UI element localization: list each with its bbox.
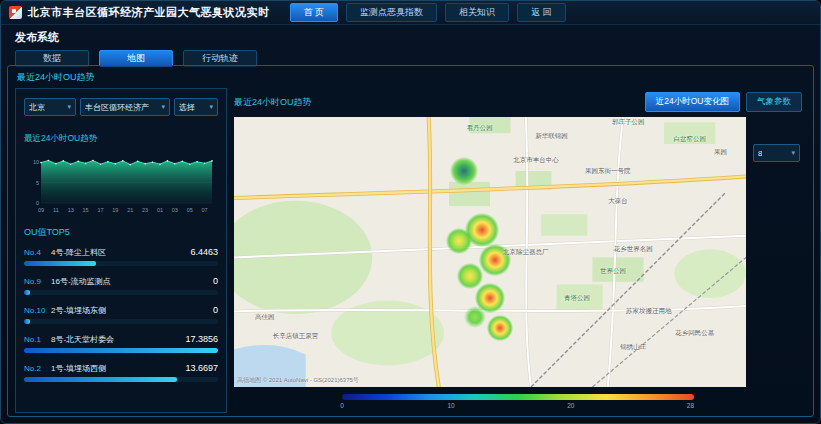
nav-item-home[interactable]: 首 页 bbox=[290, 3, 339, 22]
svg-text:11: 11 bbox=[53, 207, 59, 213]
map-button-weather[interactable]: 气象参数 bbox=[746, 92, 802, 112]
select-park-value: 丰台区循环经济产 bbox=[85, 102, 149, 113]
map-label: 青塔公园 bbox=[564, 293, 590, 302]
top5-row-head: No.21号-填埋场西侧13.6697 bbox=[24, 363, 218, 374]
main-nav: 首 页监测点恶臭指数相关知识返 回 bbox=[290, 3, 566, 22]
map-label: 苏家坟搬迁用地 bbox=[626, 307, 672, 316]
map-label: 北京市丰台中心 bbox=[513, 156, 559, 165]
scale-tick-label: 20 bbox=[567, 402, 574, 409]
map-buttons: 近24小时OU变化图气象参数 bbox=[639, 92, 802, 112]
ou-trend-chart: 0510091113151719212301030507 bbox=[24, 148, 218, 214]
hour-select[interactable]: 8 ▾ bbox=[753, 144, 800, 162]
left-panel: 北京▾丰台区循环经济产▾选择▾ 最近24小时OU趋势 0510091113151… bbox=[15, 88, 227, 413]
map-title: 最近24小时OU趋势 bbox=[234, 96, 639, 109]
heatmap-blob bbox=[457, 263, 483, 289]
trend-chart-svg: 0510091113151719212301030507 bbox=[24, 148, 218, 214]
scale-ticks: 0102028 bbox=[342, 400, 694, 411]
map-label: 新华联锦园 bbox=[535, 131, 568, 140]
select-point[interactable]: 选择▾ bbox=[174, 98, 218, 116]
top5-name: 4号-降尘上料区 bbox=[51, 247, 186, 258]
region-selectors: 北京▾丰台区循环经济产▾选择▾ bbox=[24, 98, 218, 116]
top5-rank: No.1 bbox=[24, 335, 49, 344]
map-label: 世界公园 bbox=[600, 266, 626, 275]
top5-bar-track bbox=[24, 348, 218, 353]
svg-text:09: 09 bbox=[38, 207, 44, 213]
scale-tick-label: 28 bbox=[687, 402, 694, 409]
scale-tick-label: 10 bbox=[447, 402, 454, 409]
svg-text:17: 17 bbox=[97, 207, 103, 213]
top5-bar-fill bbox=[24, 377, 177, 382]
svg-text:21: 21 bbox=[127, 207, 133, 213]
chevron-down-icon: ▾ bbox=[67, 103, 71, 111]
app-root: 北京市丰台区循环经济产业园大气恶臭状况实时 首 页监测点恶臭指数相关知识返 回 … bbox=[0, 0, 821, 424]
map-side-controls: 8 ▾ bbox=[746, 117, 802, 387]
top5-row-head: No.18号-北天堂村委会17.3856 bbox=[24, 334, 218, 345]
heatmap-blob bbox=[446, 228, 472, 254]
heatmap-blob bbox=[450, 157, 478, 185]
app-logo-icon bbox=[9, 6, 22, 19]
chevron-down-icon: ▾ bbox=[209, 103, 213, 111]
ou-top5-list: No.44号-降尘上料区6.4463No.916号-流动监测点0No.102号-… bbox=[24, 247, 218, 392]
top5-row-head: No.44号-降尘上料区6.4463 bbox=[24, 247, 218, 258]
map-header: 最近24小时OU趋势 近24小时OU变化图气象参数 bbox=[234, 92, 802, 112]
top5-bar-track bbox=[24, 377, 218, 382]
top5-row: No.18号-北天堂村委会17.3856 bbox=[24, 334, 218, 353]
map-label: 长辛店镇王泉营 bbox=[273, 331, 319, 340]
top5-rank: No.4 bbox=[24, 248, 49, 257]
top5-name: 1号-填埋场西侧 bbox=[51, 363, 181, 374]
scale-tick-label: 0 bbox=[340, 402, 344, 409]
svg-text:15: 15 bbox=[83, 207, 89, 213]
map-label: 看丹公园 bbox=[467, 123, 493, 132]
top5-row: No.916号-流动监测点0 bbox=[24, 276, 218, 295]
select-point-value: 选择 bbox=[179, 102, 195, 113]
svg-text:13: 13 bbox=[68, 207, 74, 213]
main-panel: 最近24小时OU趋势 北京▾丰台区循环经济产▾选择▾ 最近24小时OU趋势 05… bbox=[7, 65, 814, 417]
nav-item-back[interactable]: 返 回 bbox=[517, 3, 566, 22]
map-label: 锦绣山庄 bbox=[620, 342, 646, 351]
map-label: 郭庄子公园 bbox=[612, 118, 645, 127]
top5-row: No.44号-降尘上料区6.4463 bbox=[24, 247, 218, 266]
map-label: 北京除尘器总厂 bbox=[503, 248, 549, 257]
select-park[interactable]: 丰台区循环经济产▾ bbox=[80, 98, 170, 116]
map-panel: 最近24小时OU趋势 近24小时OU变化图气象参数 bbox=[232, 88, 806, 413]
svg-text:5: 5 bbox=[36, 180, 39, 186]
top5-name: 16号-流动监测点 bbox=[51, 276, 209, 287]
heatmap-blob bbox=[464, 306, 486, 328]
top5-value: 13.6697 bbox=[185, 363, 218, 373]
svg-text:01: 01 bbox=[157, 207, 163, 213]
top-header: 北京市丰台区循环经济产业园大气恶臭状况实时 首 页监测点恶臭指数相关知识返 回 bbox=[1, 1, 820, 25]
map-attribution: 高德地图 © 2021 AutoNavi - GS(2021)6375号 bbox=[237, 376, 359, 385]
top5-bar-track bbox=[24, 290, 218, 295]
nav-item-odor-index[interactable]: 监测点恶臭指数 bbox=[346, 3, 437, 22]
map-label: 果园 bbox=[714, 148, 727, 157]
chevron-down-icon: ▾ bbox=[161, 103, 165, 111]
chevron-down-icon: ▾ bbox=[791, 149, 795, 157]
top5-row-head: No.102号-填埋场东侧0 bbox=[24, 305, 218, 316]
svg-text:07: 07 bbox=[202, 207, 208, 213]
svg-text:23: 23 bbox=[142, 207, 148, 213]
nav-item-knowledge[interactable]: 相关知识 bbox=[445, 3, 509, 22]
svg-text:0: 0 bbox=[36, 200, 39, 206]
map-label: 果园东街一号院 bbox=[585, 167, 631, 176]
map-label: 白盆窑公园 bbox=[673, 134, 706, 143]
top5-title: OU值TOP5 bbox=[24, 226, 218, 239]
map-button-ou-change[interactable]: 近24小时OU变化图 bbox=[645, 92, 740, 112]
view-tabs: 数据地图行动轨迹 bbox=[1, 47, 820, 67]
map-canvas[interactable]: 看丹公园新华联锦园郭庄子公园白盆窑公园果园北京市丰台中心果园东街一号院大葆台北京… bbox=[234, 117, 746, 387]
map-row: 看丹公园新华联锦园郭庄子公园白盆窑公园果园北京市丰台中心果园东街一号院大葆台北京… bbox=[234, 117, 802, 387]
top5-value: 0 bbox=[213, 305, 218, 315]
publish-system-label: 发布系统 bbox=[1, 25, 820, 47]
map-label: 花乡回民公墓 bbox=[675, 329, 714, 338]
app-title: 北京市丰台区循环经济产业园大气恶臭状况实时 bbox=[28, 5, 270, 20]
top5-bar-track bbox=[24, 261, 218, 266]
select-city[interactable]: 北京▾ bbox=[24, 98, 76, 116]
panel-title: 最近24小时OU趋势 bbox=[13, 69, 808, 87]
hour-select-value: 8 bbox=[758, 149, 762, 158]
top5-rank: No.9 bbox=[24, 277, 49, 286]
chart-title: 最近24小时OU趋势 bbox=[24, 133, 218, 145]
top5-bar-fill bbox=[24, 261, 96, 266]
top5-value: 0 bbox=[213, 276, 218, 286]
top5-row: No.21号-填埋场西侧13.6697 bbox=[24, 363, 218, 382]
panel-content: 北京▾丰台区循环经济产▾选择▾ 最近24小时OU趋势 0510091113151… bbox=[13, 87, 808, 414]
map-label: 花乡世界名园 bbox=[614, 245, 653, 254]
